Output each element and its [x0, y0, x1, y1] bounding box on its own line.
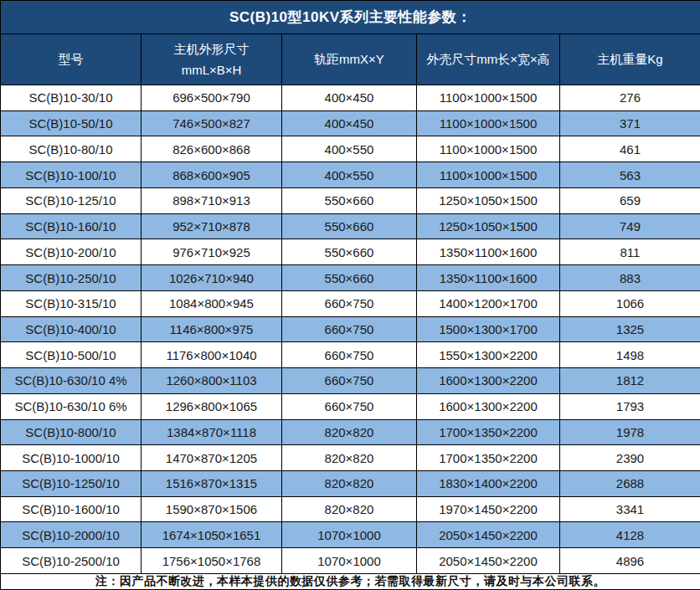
column-header-shell-dimensions: 外壳尺寸mm长×宽×高	[417, 34, 560, 85]
table-cell: 660×750	[282, 342, 417, 368]
table-cell: 1812	[560, 368, 700, 394]
table-cell: 1325	[560, 316, 700, 342]
table-cell: 746×500×827	[142, 110, 282, 136]
table-row: SC(B)10-315/101084×800×945660×7501400×12…	[1, 290, 700, 316]
table-cell: 820×820	[282, 419, 417, 445]
table-cell: 400×450	[282, 110, 417, 136]
table-cell: SC(B)10-200/10	[1, 239, 142, 265]
table-cell: 660×750	[282, 290, 417, 316]
table-cell: SC(B)10-1600/10	[1, 496, 142, 522]
column-header-track-gauge: 轨距mmX×Y	[282, 34, 417, 85]
table-row: SC(B)10-1000/101470×870×1205820×8201700×…	[1, 445, 700, 471]
table-cell: 1176×800×1040	[142, 342, 282, 368]
table-cell: 1978	[560, 419, 700, 445]
table-row: SC(B)10-500/101176×800×1040660×7501550×1…	[1, 342, 700, 368]
table-cell: SC(B)10-2500/10	[1, 548, 142, 574]
table-cell: 1793	[560, 393, 700, 419]
table-cell: 3341	[560, 496, 700, 522]
table-cell: 1070×1000	[282, 548, 417, 574]
note-row: 注：因产品不断改进，本样本提供的数据仅供参考；若需取得最新尺寸，请及时与本公司联…	[1, 574, 700, 590]
table-cell: 1066	[560, 290, 700, 316]
table-row: SC(B)10-100/10868×600×905400×5501100×100…	[1, 162, 700, 188]
table-cell: 820×820	[282, 496, 417, 522]
table-row: SC(B)10-1250/101516×870×1315820×8201830×…	[1, 471, 700, 497]
column-header-label: 主机重量Kg	[560, 49, 700, 70]
column-header-weight: 主机重量Kg	[560, 34, 700, 85]
table-cell: SC(B)10-800/10	[1, 419, 142, 445]
table-cell: 883	[560, 265, 700, 291]
table-row: SC(B)10-1600/101590×870×1506820×8201970×…	[1, 496, 700, 522]
table-cell: 1516×870×1315	[142, 471, 282, 497]
table-row: SC(B)10-30/10696×500×790400×4501100×1000…	[1, 85, 700, 111]
column-header-label: 主机外形尺寸	[142, 38, 281, 60]
column-header-sublabel: mmL×B×H	[142, 59, 281, 81]
table-cell: 1296×800×1065	[142, 393, 282, 419]
table-cell: 1756×1050×1768	[142, 548, 282, 574]
table-cell: SC(B)10-400/10	[1, 316, 142, 342]
table-row: SC(B)10-2000/101674×1050×16511070×100020…	[1, 522, 700, 548]
column-header-label: 轨距mmX×Y	[282, 49, 416, 70]
table-cell: SC(B)10-50/10	[1, 110, 142, 136]
table-cell: 1100×1000×1500	[417, 136, 560, 162]
table-cell: 1384×870×1118	[142, 419, 282, 445]
table-cell: 659	[560, 187, 700, 213]
table-row: SC(B)10-2500/101756×1050×17681070×100020…	[1, 548, 700, 574]
table-cell: SC(B)10-315/10	[1, 290, 142, 316]
table-cell: 2050×1450×2200	[417, 522, 560, 548]
table-cell: 898×710×913	[142, 187, 282, 213]
table-cell: 1260×800×1103	[142, 368, 282, 394]
table-row: SC(B)10-125/10898×710×913550×6601250×105…	[1, 187, 700, 213]
table-row: SC(B)10-400/101146×800×975660×7501500×13…	[1, 316, 700, 342]
spec-sheet: SC(B)10型10KV系列主要性能参数： 型号 主机外形尺寸 mmL×B×H …	[0, 0, 700, 590]
table-cell: 276	[560, 85, 700, 111]
table-cell: 1970×1450×2200	[417, 496, 560, 522]
table-cell: 952×710×878	[142, 213, 282, 239]
table-cell: 2688	[560, 471, 700, 497]
spec-table: SC(B)10型10KV系列主要性能参数： 型号 主机外形尺寸 mmL×B×H …	[0, 0, 700, 590]
table-row: SC(B)10-80/10826×600×868400×5501100×1000…	[1, 136, 700, 162]
table-cell: 1500×1300×1700	[417, 316, 560, 342]
table-cell: SC(B)10-80/10	[1, 136, 142, 162]
table-cell: 811	[560, 239, 700, 265]
table-cell: 1674×1050×1651	[142, 522, 282, 548]
table-cell: 1084×800×945	[142, 290, 282, 316]
table-cell: 1700×1350×2200	[417, 445, 560, 471]
table-cell: SC(B)10-630/10 6%	[1, 393, 142, 419]
table-cell: 550×660	[282, 265, 417, 291]
table-cell: SC(B)10-1250/10	[1, 471, 142, 497]
page-title: SC(B)10型10KV系列主要性能参数：	[1, 1, 700, 34]
column-header-label: 型号	[1, 49, 141, 70]
table-cell: 1146×800×975	[142, 316, 282, 342]
table-cell: 660×750	[282, 393, 417, 419]
column-header-model: 型号	[1, 34, 142, 85]
table-cell: 1100×1000×1500	[417, 85, 560, 111]
table-cell: 550×660	[282, 213, 417, 239]
table-cell: 1550×1300×2200	[417, 342, 560, 368]
table-cell: 660×750	[282, 368, 417, 394]
table-cell: 1070×1000	[282, 522, 417, 548]
column-header-unit-dimensions: 主机外形尺寸 mmL×B×H	[142, 34, 282, 85]
table-row: SC(B)10-250/101026×710×940550×6601350×11…	[1, 265, 700, 291]
table-cell: 563	[560, 162, 700, 188]
table-cell: 400×450	[282, 85, 417, 111]
table-cell: 550×660	[282, 239, 417, 265]
column-header-label: 外壳尺寸mm长×宽×高	[417, 49, 559, 70]
table-row: SC(B)10-200/10976×710×925550×6601350×110…	[1, 239, 700, 265]
table-cell: 749	[560, 213, 700, 239]
table-cell: 1470×870×1205	[142, 445, 282, 471]
table-cell: SC(B)10-1000/10	[1, 445, 142, 471]
table-cell: SC(B)10-100/10	[1, 162, 142, 188]
table-cell: SC(B)10-30/10	[1, 85, 142, 111]
table-cell: 820×820	[282, 445, 417, 471]
table-cell: 1100×1000×1500	[417, 162, 560, 188]
table-cell: 400×550	[282, 136, 417, 162]
table-cell: 1350×1100×1600	[417, 239, 560, 265]
table-row: SC(B)10-160/10952×710×878550×6601250×105…	[1, 213, 700, 239]
table-cell: 820×820	[282, 471, 417, 497]
table-row: SC(B)10-50/10746×500×827400×4501100×1000…	[1, 110, 700, 136]
table-cell: 400×550	[282, 162, 417, 188]
table-cell: 371	[560, 110, 700, 136]
table-cell: 1830×1400×2200	[417, 471, 560, 497]
table-cell: 660×750	[282, 316, 417, 342]
table-cell: 550×660	[282, 187, 417, 213]
